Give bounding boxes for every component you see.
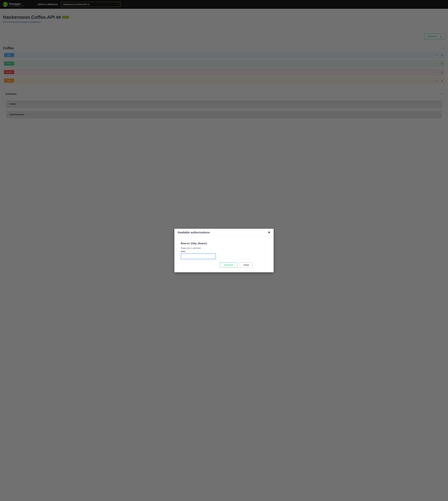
- modal-title: Available authorizations: [178, 231, 210, 234]
- auth-scheme-name: Bearer (http, Bearer): [181, 242, 267, 245]
- token-input[interactable]: [181, 253, 216, 259]
- modal-actions: Authorize Close: [205, 263, 267, 267]
- close-icon: ✕: [268, 231, 270, 234]
- modal-authorize-button[interactable]: Authorize: [220, 263, 238, 267]
- modal-body: Bearer (http, Bearer) Please enter a val…: [175, 236, 273, 272]
- scheme-type: (http, Bearer): [190, 242, 207, 245]
- auth-description: Please enter a valid token: [181, 247, 267, 249]
- auth-modal: Available authorizations ✕ Bearer (http,…: [175, 229, 273, 272]
- close-button[interactable]: ✕: [268, 231, 270, 234]
- modal-header: Available authorizations ✕: [175, 229, 273, 236]
- scheme-id: Bearer: [181, 242, 190, 245]
- modal-close-button[interactable]: Close: [240, 263, 253, 267]
- modal-overlay[interactable]: Available authorizations ✕ Bearer (http,…: [0, 0, 448, 501]
- value-label: Value:: [181, 250, 267, 252]
